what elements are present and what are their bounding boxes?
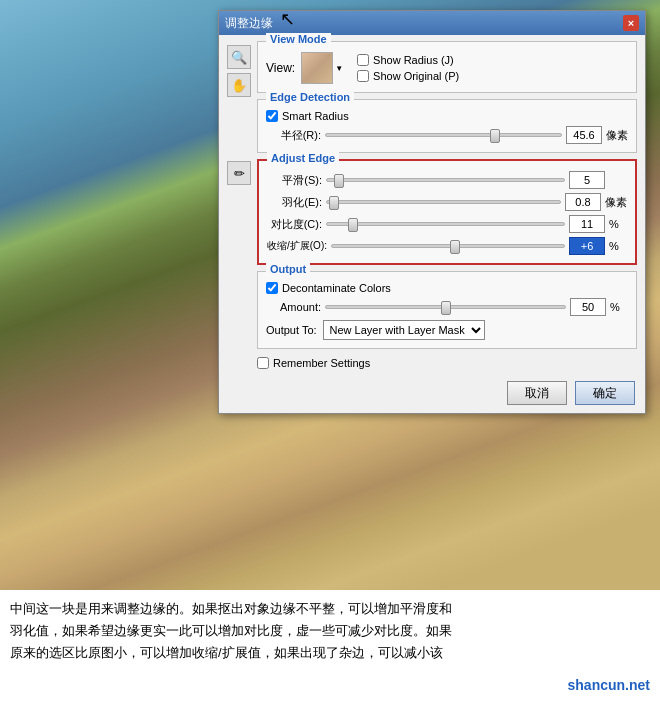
radius-label: 半径(R): bbox=[266, 128, 321, 143]
shift-edge-slider[interactable] bbox=[331, 244, 565, 248]
amount-unit: % bbox=[610, 301, 628, 313]
show-original-checkbox[interactable] bbox=[357, 70, 369, 82]
bottom-text-line1: 中间这一块是用来调整边缘的。如果抠出对象边缘不平整，可以增加平滑度和 bbox=[10, 598, 650, 620]
show-radius-checkbox[interactable] bbox=[357, 54, 369, 66]
amount-slider[interactable] bbox=[325, 305, 566, 309]
watermark-ext: .net bbox=[625, 677, 650, 693]
show-radius-label: Show Radius (J) bbox=[373, 54, 454, 66]
view-mode-label: View Mode bbox=[266, 33, 331, 45]
smooth-thumb[interactable] bbox=[334, 174, 344, 188]
shift-edge-value: +6 bbox=[569, 237, 605, 255]
dialog-title: 调整边缘 bbox=[225, 15, 273, 32]
smart-radius-checkbox[interactable] bbox=[266, 110, 278, 122]
dialog-body: 🔍 ✋ ✏ View Mode View: ▼ bbox=[219, 35, 645, 413]
radius-slider[interactable] bbox=[325, 133, 562, 137]
amount-label: Amount: bbox=[266, 301, 321, 313]
contrast-value: 11 bbox=[569, 215, 605, 233]
output-section: Output Decontaminate Colors Amount: 50 % bbox=[257, 271, 637, 349]
show-radius-row: Show Radius (J) bbox=[357, 54, 459, 66]
smooth-value: 5 bbox=[569, 171, 605, 189]
view-thumbnail bbox=[301, 52, 333, 84]
feather-value: 0.8 bbox=[565, 193, 601, 211]
left-toolbar: 🔍 ✋ ✏ bbox=[227, 41, 253, 405]
smart-radius-label: Smart Radius bbox=[282, 110, 349, 122]
hand-tool[interactable]: ✋ bbox=[227, 73, 251, 97]
view-thumbnail-dropdown[interactable]: ▼ bbox=[301, 52, 343, 84]
show-original-label: Show Original (P) bbox=[373, 70, 459, 82]
feather-slider[interactable] bbox=[326, 200, 561, 204]
radius-value: 45.6 bbox=[566, 126, 602, 144]
bottom-text-area: 中间这一块是用来调整边缘的。如果抠出对象边缘不平整，可以增加平滑度和 羽化值，如… bbox=[0, 590, 660, 703]
remember-settings-row: Remember Settings bbox=[257, 357, 637, 369]
adjust-edge-section: Adjust Edge 平滑(S): 5 羽化(E): bbox=[257, 159, 637, 265]
title-bar: 调整边缘 × bbox=[219, 11, 645, 35]
shift-edge-unit: % bbox=[609, 240, 627, 252]
shift-edge-thumb[interactable] bbox=[450, 240, 460, 254]
amount-row: Amount: 50 % bbox=[266, 298, 628, 316]
view-mode-section: View Mode View: ▼ Show Radius (J) bbox=[257, 41, 637, 93]
buttons-row: 取消 确定 bbox=[257, 381, 637, 405]
edge-detection-section: Edge Detection Smart Radius 半径(R): 45.6 … bbox=[257, 99, 637, 153]
watermark: shancun.net bbox=[568, 674, 650, 698]
output-to-select[interactable]: New Layer with Layer Mask Selection Laye… bbox=[323, 320, 485, 340]
contrast-label: 对比度(C): bbox=[267, 217, 322, 232]
adjust-edge-label: Adjust Edge bbox=[267, 152, 339, 164]
view-mode-row: View: ▼ Show Radius (J) Show Original (P… bbox=[266, 52, 628, 84]
feather-thumb[interactable] bbox=[329, 196, 339, 210]
smooth-slider[interactable] bbox=[326, 178, 565, 182]
confirm-button[interactable]: 确定 bbox=[575, 381, 635, 405]
feather-label: 羽化(E): bbox=[267, 195, 322, 210]
adjust-edge-rows: 平滑(S): 5 羽化(E): 0.8 像素 bbox=[267, 171, 627, 255]
remember-settings-checkbox[interactable] bbox=[257, 357, 269, 369]
output-content: Decontaminate Colors Amount: 50 % Output… bbox=[266, 282, 628, 340]
output-to-label: Output To: bbox=[266, 324, 317, 336]
view-checkboxes: Show Radius (J) Show Original (P) bbox=[357, 54, 459, 82]
decontaminate-checkbox[interactable] bbox=[266, 282, 278, 294]
contrast-thumb[interactable] bbox=[348, 218, 358, 232]
adjust-edge-dialog: 调整边缘 × 🔍 ✋ ✏ View Mode View: ▼ bbox=[218, 10, 646, 414]
radius-slider-row: 半径(R): 45.6 像素 bbox=[266, 126, 628, 144]
decontaminate-row: Decontaminate Colors bbox=[266, 282, 628, 294]
show-original-row: Show Original (P) bbox=[357, 70, 459, 82]
dropdown-arrow-icon: ▼ bbox=[335, 64, 343, 73]
magnify-tool[interactable]: 🔍 bbox=[227, 45, 251, 69]
shift-edge-row: 收缩/扩展(O): +6 % bbox=[267, 237, 627, 255]
watermark-text: shancun bbox=[568, 677, 626, 693]
contrast-row: 对比度(C): 11 % bbox=[267, 215, 627, 233]
decontaminate-label: Decontaminate Colors bbox=[282, 282, 391, 294]
smart-radius-row: Smart Radius bbox=[266, 110, 628, 122]
radius-thumb[interactable] bbox=[490, 129, 500, 143]
feather-row: 羽化(E): 0.8 像素 bbox=[267, 193, 627, 211]
contrast-slider[interactable] bbox=[326, 222, 565, 226]
cancel-button[interactable]: 取消 bbox=[507, 381, 567, 405]
amount-thumb[interactable] bbox=[441, 301, 451, 315]
smooth-row: 平滑(S): 5 bbox=[267, 171, 627, 189]
close-button[interactable]: × bbox=[623, 15, 639, 31]
remember-settings-label: Remember Settings bbox=[273, 357, 370, 369]
smooth-label: 平滑(S): bbox=[267, 173, 322, 188]
output-label: Output bbox=[266, 263, 310, 275]
bottom-text-line2: 羽化值，如果希望边缘更实一此可以增加对比度，虚一些可减少对比度。如果 bbox=[10, 620, 650, 642]
bottom-text-line3: 原来的选区比原图小，可以增加收缩/扩展值，如果出现了杂边，可以减小该 bbox=[10, 642, 650, 664]
contrast-unit: % bbox=[609, 218, 627, 230]
brush-tool[interactable]: ✏ bbox=[227, 161, 251, 185]
edge-detection-label: Edge Detection bbox=[266, 91, 354, 103]
radius-unit: 像素 bbox=[606, 128, 628, 143]
feather-unit: 像素 bbox=[605, 195, 627, 210]
amount-value: 50 bbox=[570, 298, 606, 316]
view-label: View: bbox=[266, 61, 295, 75]
output-to-row: Output To: New Layer with Layer Mask Sel… bbox=[266, 320, 628, 340]
shift-edge-label: 收缩/扩展(O): bbox=[267, 239, 327, 253]
right-content: View Mode View: ▼ Show Radius (J) bbox=[257, 41, 637, 405]
